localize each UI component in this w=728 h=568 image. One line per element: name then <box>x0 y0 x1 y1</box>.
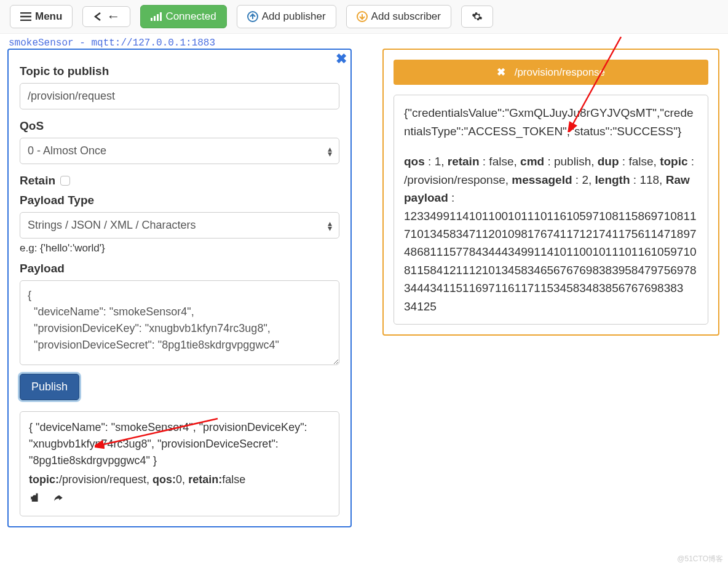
add-publisher-button[interactable]: Add publisher <box>237 5 336 28</box>
connected-label: Connected <box>165 10 216 23</box>
payload-label: Payload <box>20 262 339 275</box>
svg-rect-0 <box>151 18 152 21</box>
sent-meta: topic:/provision/request, qos:0, retain:… <box>29 471 330 488</box>
signal-icon <box>151 12 162 21</box>
hamburger-icon <box>20 12 31 21</box>
menu-label: Menu <box>35 10 62 23</box>
sent-payload: { "deviceName": "smokeSensor4", "provisi… <box>29 419 330 469</box>
add-subscriber-label: Add subscriber <box>371 10 441 23</box>
received-message-box: {"credentialsValue":"GxmQLJuyJu8rGYJVQsM… <box>394 95 708 325</box>
publisher-panel: ✖ Topic to publish QoS 0 - Almost Once ▴… <box>7 49 352 527</box>
topic-input[interactable] <box>20 83 339 109</box>
payload-type-label: Payload Type <box>20 194 339 207</box>
retain-label: Retain <box>20 174 339 187</box>
top-toolbar: Menu ← Connected Add publisher Add subsc… <box>0 0 728 34</box>
chevron-updown-icon: ▴▾ <box>328 221 332 231</box>
subscription-topic-header: ✖ /provision/response <box>394 60 708 85</box>
menu-button[interactable]: Menu <box>10 5 73 28</box>
chevron-updown-icon: ▴▾ <box>328 146 332 156</box>
connection-tab-label[interactable]: smokeSensor - mqtt://127.0.0.1:1883 <box>0 34 728 49</box>
payload-textarea[interactable] <box>20 280 339 365</box>
clipboard-arrow-icon[interactable] <box>29 492 41 508</box>
topic-label: Topic to publish <box>20 65 339 78</box>
qos-select[interactable]: 0 - Almost Once <box>20 138 339 164</box>
settings-button[interactable] <box>461 6 493 28</box>
add-subscriber-button[interactable]: Add subscriber <box>346 5 451 28</box>
back-button[interactable]: ← <box>82 6 130 27</box>
share-arrow-icon[interactable] <box>52 492 65 508</box>
connected-button[interactable]: Connected <box>140 5 226 28</box>
subscriber-panel: ✖ /provision/response {"credentialsValue… <box>382 49 719 336</box>
gear-icon <box>472 11 483 22</box>
retain-checkbox[interactable] <box>60 176 70 186</box>
arrow-left-icon <box>93 12 103 22</box>
qos-label: QoS <box>20 119 339 133</box>
received-meta: qos : 1, retain : false, cmd : publish, … <box>404 152 698 315</box>
payload-type-hint: e.g: {'hello':'world'} <box>20 242 339 254</box>
svg-rect-3 <box>160 12 162 21</box>
svg-rect-2 <box>157 14 159 21</box>
close-icon[interactable]: ✖ <box>497 66 505 78</box>
close-icon[interactable]: ✖ <box>336 51 347 67</box>
last-published-box: { "deviceName": "smokeSensor4", "provisi… <box>20 411 339 516</box>
download-circle-icon <box>357 11 368 22</box>
received-json: {"credentialsValue":"GxmQLJuyJu8rGYJVQsM… <box>404 104 698 140</box>
subscription-topic: /provision/response <box>515 66 605 78</box>
add-publisher-label: Add publisher <box>262 10 326 23</box>
publish-button[interactable]: Publish <box>20 374 79 400</box>
payload-type-select[interactable]: Strings / JSON / XML / Characters <box>20 212 339 239</box>
upload-circle-icon <box>247 11 258 22</box>
arrow-left-glyph: ← <box>106 13 120 20</box>
svg-rect-1 <box>154 16 156 21</box>
